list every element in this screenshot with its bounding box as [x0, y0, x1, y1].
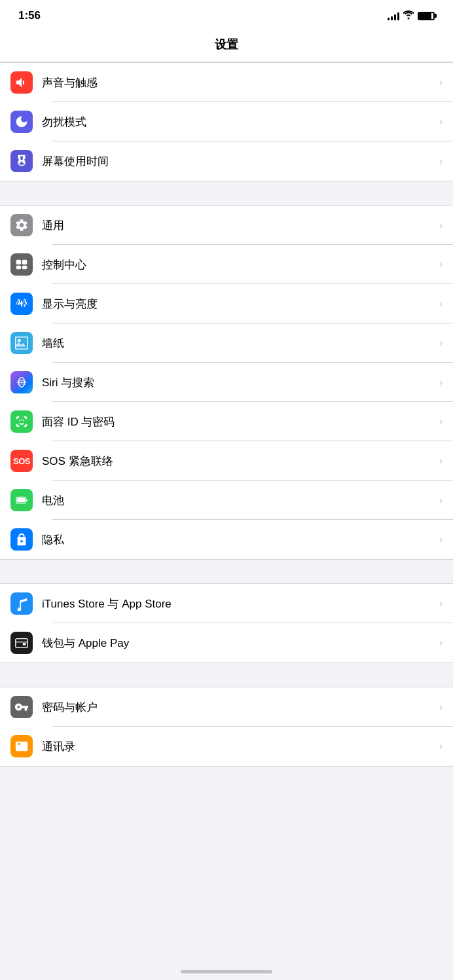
row-passwords[interactable]: 密码与帐户 ›: [0, 687, 453, 727]
row-sound[interactable]: 声音与触感 ›: [0, 63, 453, 102]
svg-rect-15: [16, 639, 27, 648]
row-general[interactable]: 通用 ›: [0, 206, 453, 245]
svg-text:AA: AA: [16, 297, 28, 306]
chevron-icon: ›: [439, 598, 443, 609]
row-dnd[interactable]: 勿扰模式 ›: [0, 102, 453, 141]
passwords-icon: [10, 696, 33, 718]
chevron-icon: ›: [439, 298, 443, 310]
wifi-icon: [403, 10, 414, 22]
status-time: 1:56: [18, 9, 41, 22]
display-label: 显示与亮度: [42, 297, 434, 312]
svg-point-9: [19, 420, 20, 421]
svg-rect-16: [16, 641, 27, 643]
svg-rect-1: [22, 260, 27, 264]
svg-point-10: [23, 420, 24, 421]
row-privacy[interactable]: 隐私 ›: [0, 520, 453, 559]
svg-rect-17: [23, 643, 26, 645]
row-faceid[interactable]: 面容 ID 与密码 ›: [0, 402, 453, 441]
sound-label: 声音与触感: [42, 75, 434, 90]
siri-label: Siri 与搜索: [42, 375, 434, 390]
row-control[interactable]: 控制中心 ›: [0, 245, 453, 284]
contacts-icon: [10, 735, 33, 757]
home-indicator-bar: [0, 965, 453, 980]
section-divider-3: [0, 663, 453, 687]
section-group-4: 密码与帐户 › 通讯录 ›: [0, 687, 453, 767]
row-wallet[interactable]: 钱包与 Apple Pay ›: [0, 623, 453, 662]
control-label: 控制中心: [42, 257, 434, 272]
row-itunes[interactable]: iTunes Store 与 App Store ›: [0, 584, 453, 623]
section-group-2: 通用 › 控制中心 › AA 显示与亮度 › 墙纸 › Siri 与搜索 ›: [0, 205, 453, 560]
home-indicator: [181, 970, 272, 973]
row-contacts[interactable]: 通讯录 ›: [0, 727, 453, 766]
row-display[interactable]: AA 显示与亮度 ›: [0, 284, 453, 323]
page-title-bar: 设置: [0, 29, 453, 62]
chevron-icon: ›: [439, 637, 443, 649]
chevron-icon: ›: [439, 494, 443, 506]
screentime-icon: [10, 150, 33, 172]
signal-bars-icon: [388, 11, 399, 20]
siri-icon: [10, 371, 33, 393]
dnd-label: 勿扰模式: [42, 115, 434, 130]
svg-rect-14: [17, 498, 25, 502]
chevron-icon: ›: [439, 455, 443, 467]
chevron-icon: ›: [439, 116, 443, 128]
section-divider-1: [0, 181, 453, 205]
dnd-icon: [10, 111, 33, 133]
svg-rect-3: [22, 266, 27, 270]
section-group-1: 声音与触感 › 勿扰模式 › 屏幕使用时间 ›: [0, 62, 453, 181]
general-icon: [10, 214, 33, 236]
chevron-icon: ›: [439, 701, 443, 713]
contacts-label: 通讯录: [42, 739, 434, 754]
wallpaper-icon: [10, 332, 33, 354]
wallet-label: 钱包与 Apple Pay: [42, 636, 434, 651]
section-divider-2: [0, 560, 453, 583]
control-icon: [10, 253, 33, 276]
battery-row-icon: [10, 489, 33, 511]
passwords-label: 密码与帐户: [42, 700, 434, 715]
sos-label: SOS 紧急联络: [42, 454, 434, 469]
chevron-icon: ›: [439, 219, 443, 231]
sos-icon: SOS: [10, 450, 33, 472]
svg-point-6: [18, 339, 21, 342]
chevron-icon: ›: [439, 155, 443, 167]
itunes-icon: [10, 592, 33, 615]
page-title: 设置: [215, 38, 238, 51]
chevron-icon: ›: [439, 376, 443, 388]
privacy-label: 隐私: [42, 532, 434, 547]
itunes-label: iTunes Store 与 App Store: [42, 596, 434, 611]
svg-rect-13: [26, 499, 27, 501]
section-group-3: iTunes Store 与 App Store › 钱包与 Apple Pay…: [0, 583, 453, 663]
wallpaper-label: 墙纸: [42, 336, 434, 351]
chevron-icon: ›: [439, 259, 443, 270]
row-wallpaper[interactable]: 墙纸 ›: [0, 323, 453, 363]
svg-rect-0: [16, 260, 21, 264]
chevron-icon: ›: [439, 534, 443, 545]
screentime-label: 屏幕使用时间: [42, 154, 434, 169]
privacy-icon: [10, 528, 33, 551]
chevron-icon: ›: [439, 337, 443, 349]
chevron-icon: ›: [439, 77, 443, 88]
wallet-icon: [10, 632, 33, 654]
chevron-icon: ›: [439, 740, 443, 752]
display-icon: AA: [10, 293, 33, 315]
status-icons: [388, 10, 435, 22]
status-bar: 1:56: [0, 0, 453, 29]
row-sos[interactable]: SOS SOS 紧急联络 ›: [0, 441, 453, 481]
battery-icon: [418, 12, 435, 20]
chevron-icon: ›: [439, 416, 443, 427]
battery-label: 电池: [42, 493, 434, 508]
row-siri[interactable]: Siri 与搜索 ›: [0, 363, 453, 402]
general-label: 通用: [42, 218, 434, 233]
faceid-label: 面容 ID 与密码: [42, 414, 434, 429]
row-screentime[interactable]: 屏幕使用时间 ›: [0, 141, 453, 181]
row-battery[interactable]: 电池 ›: [0, 481, 453, 520]
sound-icon: [10, 71, 33, 94]
faceid-icon: [10, 410, 33, 433]
svg-rect-2: [16, 266, 21, 270]
